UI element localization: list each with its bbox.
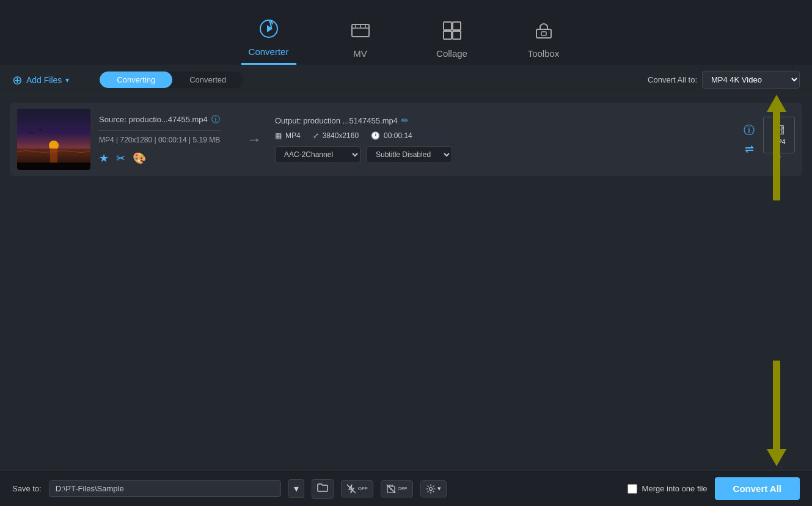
arrow-down-annotation bbox=[767, 361, 786, 466]
format-select[interactable]: MP4 4K Video bbox=[702, 71, 800, 89]
settings-dropdown-arrow[interactable]: ▾ bbox=[437, 485, 441, 493]
svg-rect-7 bbox=[541, 32, 546, 35]
svg-rect-12 bbox=[17, 163, 90, 170]
mv-icon bbox=[351, 21, 370, 45]
nav-toolbox[interactable]: Toolbox bbox=[516, 21, 571, 65]
add-files-label: Add Files bbox=[26, 75, 62, 85]
format-badge: 🎞 MP4 bbox=[763, 117, 795, 153]
save-path-input[interactable] bbox=[49, 480, 281, 497]
output-label-row: Output: production ...5147455.mp4 ✏ bbox=[275, 116, 729, 125]
source-text: Source: productio...47455.mp4 bbox=[99, 115, 208, 124]
svg-rect-5 bbox=[453, 31, 461, 39]
star-icon[interactable]: ★ bbox=[99, 152, 109, 165]
merge-label: Merge into one file bbox=[642, 484, 708, 493]
nav-mv[interactable]: MV bbox=[333, 21, 388, 65]
tab-group: Converting Converted bbox=[100, 72, 243, 88]
edit-output-icon[interactable]: ✏ bbox=[401, 116, 409, 125]
timer-off-label: OFF bbox=[398, 486, 408, 491]
output-resolution-label: 3840x2160 bbox=[323, 131, 359, 140]
table-row: Source: productio...47455.mp4 ⓘ MP4 | 72… bbox=[10, 103, 802, 176]
cut-icon[interactable]: ✂ bbox=[116, 152, 125, 165]
merge-checkbox-group: Merge into one file bbox=[627, 484, 708, 494]
nav-collage[interactable]: Collage bbox=[425, 21, 480, 65]
flash-off-label: OFF bbox=[358, 486, 368, 491]
svg-line-15 bbox=[387, 485, 395, 493]
convert-all-to-group: Convert All to: MP4 4K Video bbox=[648, 71, 800, 89]
output-duration-label: 00:00:14 bbox=[384, 131, 412, 140]
settings-button[interactable]: ▾ bbox=[420, 480, 447, 497]
toolbox-icon bbox=[534, 21, 554, 45]
output-duration-item: 🕐 00:00:14 bbox=[371, 131, 412, 140]
svg-rect-3 bbox=[453, 22, 461, 30]
badge-film-icon: 🎞 bbox=[774, 125, 785, 138]
converter-icon bbox=[259, 19, 279, 43]
plus-circle-icon: ⊕ bbox=[12, 73, 23, 87]
svg-rect-6 bbox=[536, 29, 551, 38]
video-thumbnail bbox=[17, 109, 90, 170]
file-info: Source: productio...47455.mp4 ⓘ MP4 | 72… bbox=[99, 114, 233, 165]
tab-converted[interactable]: Converted bbox=[172, 72, 243, 88]
convert-arrow-icon: → bbox=[247, 131, 262, 148]
resolution-icon: ⤢ bbox=[313, 131, 319, 140]
file-actions: ★ ✂ 🎨 bbox=[99, 152, 233, 165]
svg-point-16 bbox=[429, 487, 432, 490]
audio-channel-select[interactable]: AAC-2Channel bbox=[275, 146, 360, 163]
arrow-down-shaft bbox=[773, 361, 780, 449]
badge-label: MP4 bbox=[773, 139, 786, 145]
output-meta: ▦ MP4 ⤢ 3840x2160 🕐 00:00:14 bbox=[275, 131, 729, 140]
format-badge-container[interactable]: 🎞 MP4 ▾ bbox=[763, 117, 795, 162]
output-format-item: ▦ MP4 bbox=[275, 131, 301, 140]
source-info-icon[interactable]: ⓘ bbox=[211, 114, 220, 125]
timer-off-button[interactable]: OFF bbox=[381, 480, 413, 497]
flash-off-button[interactable]: OFF bbox=[341, 480, 373, 497]
bottom-bar: Save to: ▾ OFF OFF ▾ Merge into one file bbox=[0, 471, 812, 506]
nav-converter-label: Converter bbox=[249, 46, 289, 57]
output-dropdowns: AAC-2Channel Subtitle Disabled bbox=[275, 146, 729, 163]
output-format-label: MP4 bbox=[285, 131, 301, 140]
svg-rect-4 bbox=[444, 31, 452, 39]
tab-converting[interactable]: Converting bbox=[100, 72, 172, 88]
nav-toolbox-label: Toolbox bbox=[528, 48, 560, 59]
nav-mv-label: MV bbox=[353, 48, 367, 59]
output-text: Output: production ...5147455.mp4 bbox=[275, 116, 398, 125]
clock-icon: 🕐 bbox=[371, 131, 380, 140]
file-meta: MP4 | 720x1280 | 00:00:14 | 5.19 MB bbox=[99, 136, 233, 144]
output-section: Output: production ...5147455.mp4 ✏ ▦ MP… bbox=[275, 116, 729, 163]
badge-dropdown-arrow[interactable]: ▾ bbox=[777, 153, 781, 162]
open-folder-button[interactable] bbox=[312, 479, 334, 499]
collage-icon bbox=[442, 21, 462, 45]
add-files-button[interactable]: ⊕ Add Files ▾ bbox=[12, 73, 69, 87]
nav-collage-label: Collage bbox=[436, 48, 467, 59]
file-list: Source: productio...47455.mp4 ⓘ MP4 | 72… bbox=[0, 95, 812, 183]
row-right-actions: ⓘ ⇌ bbox=[744, 123, 755, 156]
convert-all-button[interactable]: Convert All bbox=[715, 477, 800, 500]
path-dropdown-button[interactable]: ▾ bbox=[288, 479, 304, 498]
convert-all-to-label: Convert All to: bbox=[648, 75, 697, 84]
add-files-dropdown-arrow[interactable]: ▾ bbox=[65, 76, 69, 84]
row-info-icon[interactable]: ⓘ bbox=[744, 123, 755, 138]
source-label-row: Source: productio...47455.mp4 ⓘ bbox=[99, 114, 233, 125]
palette-icon[interactable]: 🎨 bbox=[133, 152, 146, 165]
subtitle-select[interactable]: Subtitle Disabled bbox=[367, 146, 452, 163]
row-settings-icon[interactable]: ⇌ bbox=[745, 142, 754, 156]
top-nav: Converter MV Collage bbox=[0, 0, 812, 65]
film-icon: ▦ bbox=[275, 131, 282, 140]
output-resolution-item: ⤢ 3840x2160 bbox=[313, 131, 359, 140]
toolbar: ⊕ Add Files ▾ Converting Converted Conve… bbox=[0, 65, 812, 95]
arrow-down-head bbox=[767, 449, 786, 466]
svg-rect-2 bbox=[444, 22, 452, 30]
save-to-label: Save to: bbox=[12, 484, 42, 493]
merge-checkbox[interactable] bbox=[627, 484, 637, 494]
nav-converter[interactable]: Converter bbox=[241, 19, 296, 65]
